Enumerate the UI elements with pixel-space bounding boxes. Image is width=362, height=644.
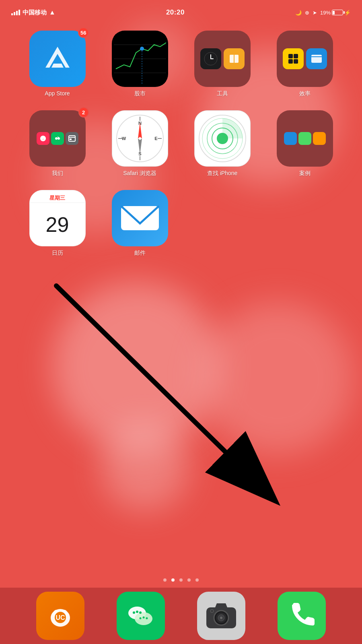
app-calendar[interactable]: 星期三 29 日历: [16, 190, 99, 257]
bokeh-decoration: [101, 423, 189, 511]
svg-rect-39: [121, 206, 159, 230]
uc-icon: UC: [36, 592, 84, 640]
calendar-icon: 星期三 29: [29, 190, 86, 246]
dock-uc[interactable]: UC: [36, 592, 84, 640]
safari-label: Safari 浏览器: [123, 170, 156, 177]
app-stocks[interactable]: 股市: [99, 31, 181, 97]
svg-point-18: [55, 137, 58, 140]
tools-label: 工具: [217, 90, 228, 97]
efficiency-icon: [277, 31, 333, 87]
appstore-label: App Store: [45, 90, 70, 97]
svg-rect-11: [288, 54, 293, 58]
svg-point-51: [139, 611, 142, 614]
moon-icon: 🌙: [295, 10, 302, 16]
svg-text:UC: UC: [56, 614, 65, 621]
dock: UC: [0, 588, 362, 644]
status-left: 中国移动 ▲: [11, 9, 56, 17]
calendar-day: 29: [46, 203, 69, 246]
svg-point-50: [136, 611, 138, 613]
mail-label: 邮件: [134, 250, 146, 257]
cases-label: 案例: [299, 170, 311, 177]
cases-icon: [277, 110, 333, 167]
svg-point-54: [146, 617, 148, 619]
page-dot-3[interactable]: [179, 578, 183, 582]
calendar-weekday: 星期三: [30, 190, 85, 203]
status-right: 🌙 ⊕ ➤ 19% ⚡: [295, 10, 351, 16]
time-display: 20:20: [166, 8, 185, 17]
app-findphone[interactable]: 查找 iPhone: [181, 110, 263, 177]
svg-point-19: [58, 137, 60, 140]
svg-point-52: [140, 617, 142, 619]
svg-text:♪: ♪: [42, 138, 44, 140]
page-dot-2[interactable]: [171, 578, 175, 582]
page-dot-1[interactable]: [163, 578, 167, 582]
dock-camera[interactable]: [197, 592, 245, 640]
stocks-label: 股市: [134, 90, 146, 97]
svg-point-49: [133, 611, 135, 614]
app-grid: 56 App Store 股: [0, 23, 362, 257]
app-efficiency[interactable]: 效率: [263, 31, 346, 97]
svg-rect-12: [288, 59, 293, 64]
battery-container: 19% ⚡: [320, 10, 351, 16]
tools-icon: [194, 31, 251, 87]
navigation-icon: ➤: [313, 10, 317, 16]
page-dot-4[interactable]: [187, 578, 191, 582]
svg-rect-20: [69, 136, 75, 141]
dock-phone[interactable]: [278, 592, 326, 640]
efficiency-label: 效率: [299, 90, 311, 97]
svg-point-53: [143, 617, 145, 619]
appstore-badge: 56: [78, 27, 88, 38]
wifi-icon: ▲: [49, 9, 56, 16]
app-women[interactable]: ♪ 2 我们: [16, 110, 99, 177]
svg-point-48: [135, 612, 152, 625]
dock-wechat[interactable]: [117, 592, 165, 640]
women-badge: 2: [78, 107, 89, 118]
svg-text:E: E: [154, 136, 157, 141]
charging-icon: ⚡: [344, 10, 351, 16]
svg-rect-13: [294, 54, 298, 58]
safari-icon: N S E W: [112, 110, 168, 167]
bokeh-decoration: [201, 302, 354, 455]
status-bar: 中国移动 ▲ 20:20 🌙 ⊕ ➤ 19% ⚡: [0, 0, 362, 23]
battery-percent: 19%: [320, 10, 331, 16]
svg-rect-14: [294, 59, 298, 64]
app-tools[interactable]: 工具: [181, 31, 263, 97]
svg-rect-22: [70, 138, 72, 140]
stocks-icon: [112, 31, 168, 87]
page-dot-5[interactable]: [195, 578, 199, 582]
camera-icon: [197, 592, 245, 640]
svg-point-60: [210, 609, 214, 613]
app-appstore[interactable]: 56 App Store: [16, 31, 99, 97]
svg-rect-15: [311, 55, 322, 63]
carrier-label: 中国移动: [23, 9, 47, 17]
page-dots: [0, 578, 362, 582]
svg-text:W: W: [121, 136, 126, 141]
wechat-icon: [117, 592, 165, 640]
calendar-label: 日历: [52, 250, 63, 257]
svg-point-59: [220, 617, 222, 619]
appstore-icon: [29, 31, 86, 87]
findphone-icon: [194, 110, 251, 167]
battery-icon: [332, 10, 343, 15]
women-folder-icon: ♪: [29, 110, 86, 167]
location-icon: ⊕: [305, 10, 309, 16]
mail-icon: [112, 190, 168, 246]
app-safari[interactable]: N S E W Safari 浏览器: [99, 110, 181, 177]
app-mail[interactable]: 邮件: [99, 190, 181, 257]
women-label: 我们: [52, 170, 63, 177]
app-cases[interactable]: 案例: [263, 110, 346, 177]
phone-icon: [278, 592, 326, 640]
findphone-label: 查找 iPhone: [207, 170, 237, 177]
signal-icon: [11, 10, 20, 15]
